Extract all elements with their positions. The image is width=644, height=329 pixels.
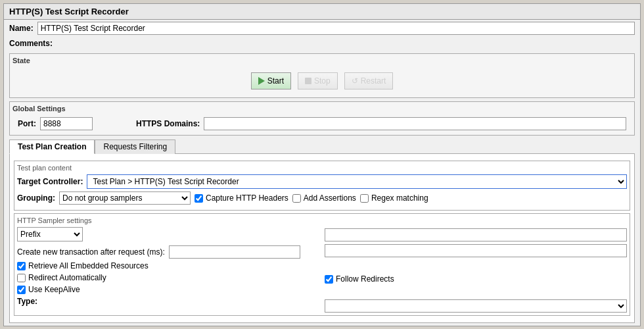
regex-matching-checkbox-row[interactable]: Regex matching bbox=[360, 192, 428, 204]
add-assertions-checkbox[interactable] bbox=[292, 194, 301, 203]
global-settings-title: Global Settings bbox=[12, 105, 632, 113]
target-controller-label: Target Controller: bbox=[17, 177, 83, 186]
restart-icon: ↺ bbox=[352, 76, 358, 86]
regex-matching-label: Regex matching bbox=[371, 193, 428, 203]
redirect-checkbox[interactable] bbox=[17, 274, 26, 282]
https-input[interactable] bbox=[204, 117, 626, 130]
capture-http-label: Capture HTTP Headers bbox=[206, 193, 288, 203]
http-sampler-title: HTTP Sampler settings bbox=[17, 216, 627, 224]
stop-icon bbox=[305, 78, 311, 84]
sampler-input-1[interactable] bbox=[325, 228, 627, 241]
name-label: Name: bbox=[9, 24, 34, 33]
tab-content-test-plan: Test plan content Target Controller: Tes… bbox=[9, 153, 635, 323]
grouping-label: Grouping: bbox=[17, 193, 55, 203]
panel-title: HTTP(S) Test Script Recorder bbox=[4, 4, 640, 20]
name-input[interactable] bbox=[37, 22, 635, 35]
stop-button[interactable]: Stop bbox=[298, 72, 338, 89]
add-assertions-label: Add Assertions bbox=[304, 193, 356, 203]
play-icon bbox=[258, 77, 265, 85]
comments-label: Comments: bbox=[9, 39, 53, 48]
keepalive-label: Use KeepAlive bbox=[28, 285, 80, 294]
redirect-checkbox-row[interactable]: Redirect Automatically bbox=[17, 272, 319, 284]
keepalive-checkbox[interactable] bbox=[17, 286, 26, 294]
restart-button[interactable]: ↺ Restart bbox=[344, 72, 394, 89]
sampler-input-2[interactable] bbox=[325, 244, 627, 257]
type-select[interactable] bbox=[325, 299, 627, 313]
retrieve-checkbox-row[interactable]: Retrieve All Embedded Resources bbox=[17, 260, 319, 272]
follow-redirects-label: Follow Redirects bbox=[336, 274, 394, 284]
port-input[interactable] bbox=[40, 117, 93, 130]
redirect-label: Redirect Automatically bbox=[28, 273, 106, 282]
tab-test-plan[interactable]: Test Plan Creation bbox=[9, 139, 95, 154]
capture-http-checkbox-row[interactable]: Capture HTTP Headers bbox=[195, 192, 288, 204]
start-label: Start bbox=[267, 76, 284, 86]
follow-redirects-checkbox[interactable] bbox=[325, 275, 333, 284]
prefix-select[interactable]: Prefix bbox=[17, 227, 83, 241]
state-section-title: State bbox=[12, 57, 632, 64]
grouping-select[interactable]: Do not group samplers bbox=[59, 191, 191, 205]
test-plan-content-title: Test plan content bbox=[17, 164, 627, 172]
type-label: Type: bbox=[17, 297, 37, 306]
capture-http-checkbox[interactable] bbox=[195, 194, 203, 203]
keepalive-checkbox-row[interactable]: Use KeepAlive bbox=[17, 284, 319, 295]
stop-label: Stop bbox=[314, 76, 331, 86]
transaction-input[interactable] bbox=[169, 245, 300, 259]
target-controller-select[interactable]: Test Plan > HTTP(S) Test Script Recorder bbox=[87, 174, 627, 189]
transaction-label: Create new transaction after request (ms… bbox=[17, 247, 165, 257]
start-button[interactable]: Start bbox=[251, 72, 291, 89]
restart-label: Restart bbox=[361, 76, 386, 86]
add-assertions-checkbox-row[interactable]: Add Assertions bbox=[292, 192, 356, 204]
tab-requests[interactable]: Requests Filtering bbox=[95, 139, 175, 154]
test-plan-content-section: Test plan content Target Controller: Tes… bbox=[14, 161, 630, 211]
regex-matching-checkbox[interactable] bbox=[360, 194, 369, 203]
port-label: Port: bbox=[18, 119, 36, 128]
https-label: HTTPS Domains: bbox=[136, 119, 200, 128]
http-sampler-section: HTTP Sampler settings Prefix Create new … bbox=[14, 213, 630, 316]
retrieve-label: Retrieve All Embedded Resources bbox=[28, 261, 149, 270]
follow-redirects-checkbox-row[interactable]: Follow Redirects bbox=[325, 273, 627, 285]
retrieve-checkbox[interactable] bbox=[17, 262, 26, 270]
